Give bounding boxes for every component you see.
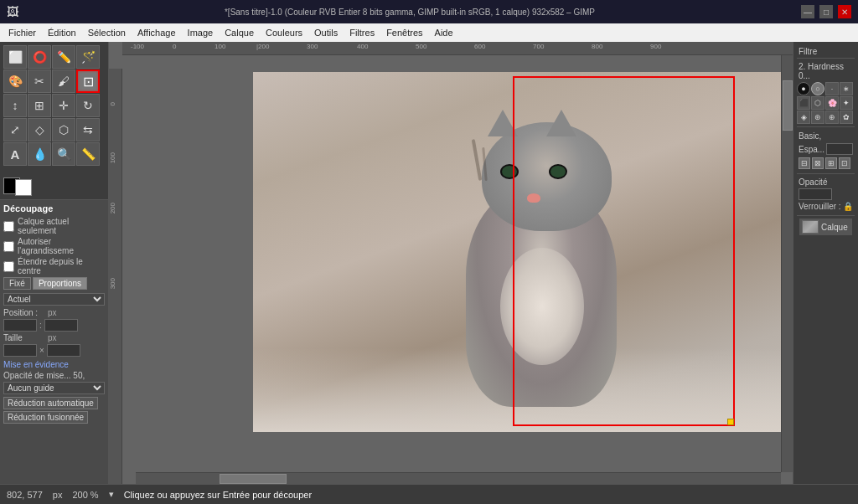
titlebar: 🖼 *[Sans titre]-1.0 (Couleur RVB Entier … (0, 0, 858, 23)
dynamics-icon-1[interactable]: ⊟ (799, 157, 810, 169)
verrouiller-label: Verrouiller : (799, 202, 841, 211)
actuel-select[interactable]: Actuel (3, 293, 105, 306)
menu-image[interactable]: Image (183, 26, 219, 39)
brush-item[interactable]: ○ (811, 82, 824, 95)
menu-filtres[interactable]: Filtres (344, 26, 380, 39)
ruler-tick: 600 (474, 43, 485, 50)
tool-perspective[interactable]: ⬡ (52, 118, 75, 141)
tool-free-select[interactable]: ✏️ (52, 45, 75, 69)
tool-measure[interactable]: 📏 (76, 142, 100, 166)
maximize-button[interactable]: □ (819, 5, 833, 18)
option-agrandissement-checkbox[interactable] (3, 241, 14, 252)
tool-rect-select[interactable]: ⬜ (3, 45, 27, 69)
menu-couleurs[interactable]: Couleurs (261, 26, 308, 39)
ruler-top: -100 0 100 |200 300 400 500 600 700 800 … (122, 42, 793, 55)
brush-item[interactable]: ⬛ (797, 96, 810, 110)
tool-color-picker[interactable]: 💧 (28, 142, 51, 166)
option-tabs: Fixé Proportions (3, 277, 105, 290)
tool-rotate[interactable]: ↻ (76, 94, 100, 117)
dynamics-icon-3[interactable]: ⊞ (825, 157, 837, 169)
ruler-tick: 500 (416, 43, 426, 50)
panel-divider-2 (797, 173, 855, 174)
brush-item[interactable]: ✿ (840, 111, 853, 124)
tool-zoom[interactable]: 🔍 (52, 142, 75, 166)
minimize-button[interactable]: — (801, 5, 814, 18)
tab-fixe[interactable]: Fixé (3, 277, 31, 290)
option-calque-checkbox[interactable] (3, 221, 14, 232)
tool-move[interactable]: ✛ (52, 94, 75, 117)
brush-item[interactable]: ◈ (797, 111, 810, 124)
dynamics-icon-4[interactable]: ⊡ (839, 157, 850, 169)
ruler-tick-v: 0 (109, 102, 116, 105)
espa-input[interactable]: 10,0 (826, 143, 853, 155)
brush-item[interactable]: ● (797, 82, 810, 95)
taille-w-input[interactable]: 362 (3, 344, 37, 357)
option-centre-label: Étendre depuis le centre (18, 257, 105, 275)
status-zoom: 200 % (72, 490, 98, 500)
menu-fichier[interactable]: Fichier (3, 26, 41, 39)
background-color[interactable] (15, 179, 32, 196)
tool-scale[interactable]: ⤢ (3, 118, 27, 141)
close-button[interactable]: ✕ (838, 5, 851, 18)
brush-item[interactable]: ⊕ (825, 111, 839, 124)
dynamics-icon-2[interactable]: ⊠ (812, 157, 824, 169)
brush-item[interactable]: 🌸 (825, 96, 839, 110)
taille-values: 362 × 567 (3, 344, 105, 357)
tool-fuzzy-select[interactable]: 🪄 (76, 45, 100, 69)
menu-selection[interactable]: Sélection (83, 26, 131, 39)
scroll-thumb-v[interactable] (783, 80, 793, 131)
position-separator: : (39, 321, 42, 330)
canvas-wrapper[interactable] (136, 55, 793, 484)
menubar: Fichier Édition Sélection Affichage Imag… (0, 23, 858, 42)
position-y-input[interactable]: 10 (44, 319, 78, 332)
tool-select-by-color[interactable]: 🎨 (3, 69, 27, 93)
brush-item[interactable]: · (825, 82, 839, 95)
guide-select[interactable]: Aucun guide (3, 382, 105, 394)
brush-item[interactable]: ✦ (840, 96, 853, 110)
tab-proportions[interactable]: Proportions (33, 277, 87, 290)
tool-flip[interactable]: ⇆ (76, 118, 100, 141)
brush-item[interactable]: ⬡ (811, 96, 824, 110)
tool-scissors[interactable]: ✂ (28, 69, 51, 93)
menu-edition[interactable]: Édition (43, 26, 81, 39)
menu-calque[interactable]: Calque (220, 26, 259, 39)
tool-shear[interactable]: ◇ (28, 118, 51, 141)
opacite-row: Opacité de mise... 50, (3, 371, 105, 380)
window-title: *[Sans titre]-1.0 (Couleur RVB Entier 8 … (225, 8, 595, 17)
status-percent: ▾ (109, 489, 114, 500)
menu-aide[interactable]: Aide (430, 26, 458, 39)
reduction-auto-btn[interactable]: Réduction automatique (3, 397, 98, 409)
option-centre-checkbox[interactable] (3, 261, 14, 272)
menu-fenetres[interactable]: Fenêtres (381, 26, 427, 39)
position-x-input[interactable]: 440 (3, 319, 37, 332)
menu-affichage[interactable]: Affichage (132, 26, 181, 39)
tool-foreground-select[interactable]: 🖌 (52, 69, 75, 93)
tool-text[interactable]: A (3, 142, 27, 166)
brush-item[interactable]: ∗ (840, 82, 853, 95)
main-layout: ⬜ ⭕ ✏️ 🪄 🎨 ✂ 🖌 ⊡ ↕ ⊞ ✛ ↻ ⤢ ◇ ⬡ ⇆ A 💧 🔍 📏 (0, 42, 858, 484)
opacite-label: Opacité de mise... 50, (3, 371, 105, 380)
layer-label: Calque (821, 223, 848, 232)
mise-en-evidence-section: Mise en évidence (3, 360, 105, 369)
taille-separator: × (39, 346, 44, 355)
layer-item[interactable]: Calque (799, 219, 852, 235)
opacite-value-input[interactable]: 100,0 (799, 188, 832, 200)
taille-h-input[interactable]: 567 (47, 344, 80, 357)
cat-chest (500, 248, 584, 365)
brush-item[interactable]: ⊛ (811, 111, 824, 124)
scroll-thumb-h[interactable] (220, 474, 287, 484)
opacite-row: Opacité (797, 177, 855, 188)
panel-divider (797, 126, 855, 127)
tool-align[interactable]: ⊞ (28, 94, 51, 117)
cat-eye-right (549, 164, 567, 179)
basic-label: Basic, (797, 130, 855, 142)
reduction-fus-btn[interactable]: Réduction fusionnée (3, 411, 88, 424)
menu-outils[interactable]: Outils (309, 26, 343, 39)
tool-ellipse-select[interactable]: ⭕ (28, 45, 51, 69)
option-calque-label: Calque actuel seulement (18, 217, 105, 235)
scroll-right[interactable] (781, 55, 793, 472)
status-unit: px (53, 490, 63, 500)
scroll-bottom[interactable] (136, 472, 781, 484)
tool-crop[interactable]: ⊡ (76, 69, 100, 93)
tool-transform[interactable]: ↕ (3, 94, 27, 117)
